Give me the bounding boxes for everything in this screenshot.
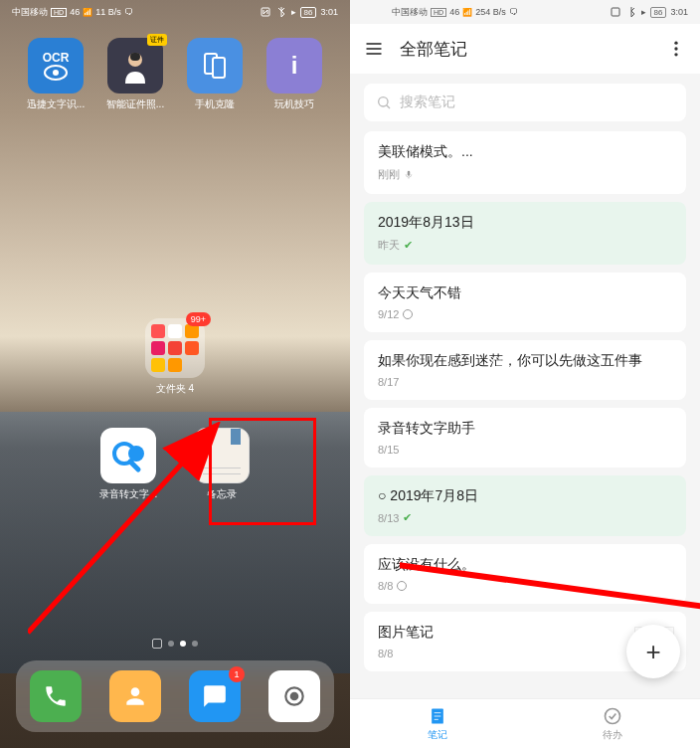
app-row-top: OCR 迅捷文字识... 证件 智能证件照... 手机克隆 i 玩机技巧 [0,38,350,111]
search-input[interactable]: 搜索笔记 [364,84,686,121]
app-phone-clone[interactable]: 手机克隆 [180,38,250,111]
svg-rect-13 [612,8,619,16]
svg-point-20 [379,97,388,106]
note-title: 如果你现在感到迷茫，你可以先做这五件事 [378,352,672,370]
svg-point-2 [53,70,59,76]
phone-notes-app: 中国移动 HD 46 📶 254 B/s 🗨 ▸ 86 3:01 全部笔记 搜索… [350,0,700,748]
svg-point-18 [674,47,677,50]
svg-rect-4 [130,53,140,61]
app-voice-to-text[interactable]: 录音转文字... [93,428,163,501]
note-meta: 8/15 [378,444,672,456]
dock-phone[interactable] [30,670,82,722]
note-meta: 8/8 [378,580,672,592]
hd-badge: HD [51,8,67,17]
note-item[interactable]: 录音转文字助手8/15 [364,408,686,468]
note-meta: 9/12 [378,308,672,320]
app-tips[interactable]: i 玩机技巧 [260,38,329,111]
status-bar: 中国移动 HD 46 📶 11 B/s 🗨 ▸ 86 3:01 [0,0,350,24]
bluetooth-icon [275,6,287,18]
note-item[interactable]: 2019年8月13日昨天 ✔ [364,202,686,265]
app-folder[interactable]: 99+ 文件夹 4 [145,318,205,396]
time-label: 3:01 [320,7,338,17]
note-meta: 刚刚 [378,167,672,182]
svg-point-19 [674,53,677,56]
note-title: 应该没有什么。 [378,556,672,574]
note-title: 今天天气不错 [378,284,672,302]
app-id-photo[interactable]: 证件 智能证件照... [100,38,170,111]
dock-camera[interactable] [268,670,320,722]
todo-tab-icon [603,706,622,726]
tab-notes[interactable]: 笔记 [350,699,525,748]
folder-badge: 99+ [186,312,211,326]
note-title: 图片笔记 [378,624,672,642]
note-title: 录音转文字助手 [378,420,672,438]
notes-tab-icon [428,706,447,726]
speed-label: 11 B/s [95,7,121,17]
note-title: ○ 2019年7月8日 [378,487,672,505]
note-title: 美联储模式。... [378,143,672,161]
app-ocr[interactable]: OCR 迅捷文字识... [21,38,90,111]
note-item[interactable]: 应该没有什么。8/8 [364,544,686,604]
note-item[interactable]: 今天天气不错9/12 [364,273,686,332]
add-note-button[interactable]: + [626,625,680,678]
highlight-memo-app [209,418,316,525]
header-title: 全部笔记 [400,38,666,61]
nfc-icon [610,6,621,18]
svg-point-29 [606,708,620,723]
page-indicator [152,641,198,649]
status-bar-right: 中国移动 HD 46 📶 254 B/s 🗨 ▸ 86 3:01 [350,0,700,24]
messages-badge: 1 [229,666,245,682]
dock: 1 [16,660,334,732]
signal-label: 46 [70,7,80,17]
app-header: 全部笔记 [350,24,700,74]
note-item[interactable]: 美联储模式。...刚刚 [364,131,686,194]
phone-home-screen: 中国移动 HD 46 📶 11 B/s 🗨 ▸ 86 3:01 OCR 迅捷文字… [0,0,350,748]
nfc-icon [260,6,271,18]
menu-icon[interactable] [364,39,384,59]
tab-todo[interactable]: 待办 [525,699,700,748]
bottom-tabs: 笔记 待办 [350,698,700,748]
note-item[interactable]: ○ 2019年7月8日8/13 ✔ [364,475,686,536]
search-icon [376,94,392,110]
note-meta: 昨天 ✔ [378,238,672,253]
dock-contacts[interactable] [109,670,161,722]
svg-rect-6 [213,58,225,78]
svg-line-21 [387,105,390,108]
note-title: 2019年8月13日 [378,214,672,232]
carrier-label: 中国移动 [12,6,48,19]
bluetooth-icon [625,6,637,18]
note-item[interactable]: 如果你现在感到迷茫，你可以先做这五件事8/17 [364,340,686,400]
battery-label: 86 [300,7,317,18]
svg-rect-22 [408,170,411,175]
notes-list: 美联储模式。...刚刚 2019年8月13日昨天 ✔今天天气不错9/12 如果你… [350,131,700,671]
note-meta: 8/13 ✔ [378,511,672,524]
dock-messages[interactable]: 1 [189,670,241,722]
svg-point-17 [674,42,677,45]
more-icon[interactable] [666,39,686,59]
svg-point-12 [291,693,298,700]
note-meta: 8/17 [378,376,672,388]
